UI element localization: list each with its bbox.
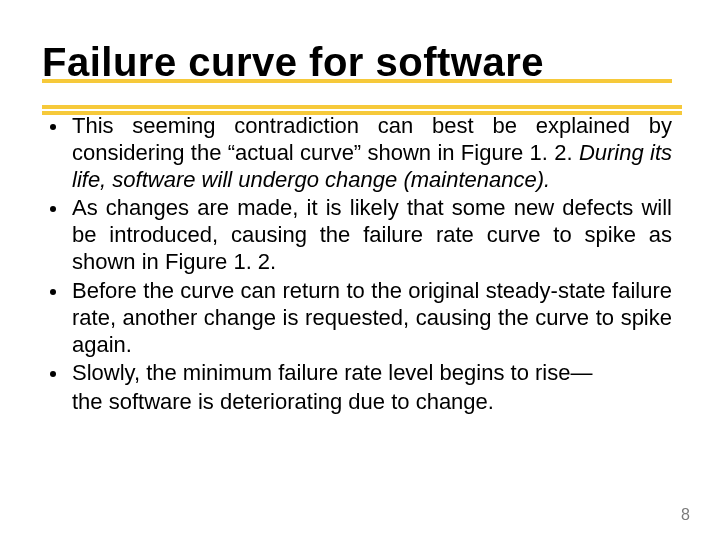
bullet-text: Before the curve can return to the origi…	[72, 278, 672, 358]
bullet-text: As changes are made, it is likely that s…	[72, 195, 672, 275]
bullet-icon	[50, 289, 56, 295]
bullet-item: Before the curve can return to the origi…	[72, 278, 672, 358]
bullet-item: As changes are made, it is likely that s…	[72, 195, 672, 275]
bullet-pre: Before the curve can return to the origi…	[72, 278, 672, 357]
bullet-item: This seeming contradiction can best be e…	[72, 113, 672, 193]
bullet-pre: Slowly, the minimum failure rate level b…	[72, 360, 592, 385]
title-underline-icon	[42, 111, 682, 115]
page-number: 8	[681, 506, 690, 524]
bullet-item: Slowly, the minimum failure rate level b…	[72, 360, 672, 387]
slide-title: Failure curve for software	[42, 40, 672, 85]
slide: Failure curve for software This seeming …	[0, 0, 720, 540]
bullet-icon	[50, 371, 56, 377]
bullet-text: Slowly, the minimum failure rate level b…	[72, 360, 672, 387]
bullet-icon	[50, 206, 56, 212]
trailing-line: the software is deteriorating due to cha…	[72, 389, 672, 416]
slide-body: This seeming contradiction can best be e…	[42, 113, 672, 416]
bullet-pre: As changes are made, it is likely that s…	[72, 195, 672, 274]
title-wrap: Failure curve for software	[42, 40, 672, 85]
bullet-text: This seeming contradiction can best be e…	[72, 113, 672, 193]
title-underline-icon	[42, 105, 682, 109]
bullet-icon	[50, 124, 56, 130]
